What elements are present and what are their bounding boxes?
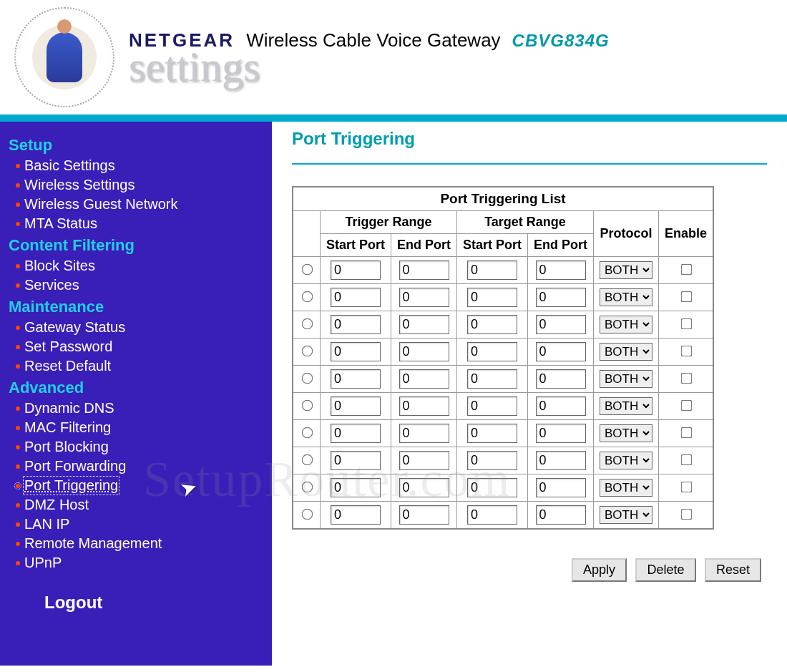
- target-start-input[interactable]: [467, 369, 517, 389]
- table-row: BOTHTCPUDP: [293, 502, 713, 530]
- target-end-input[interactable]: [536, 260, 586, 280]
- enable-checkbox[interactable]: [680, 291, 692, 303]
- protocol-select[interactable]: BOTHTCPUDP: [600, 261, 652, 279]
- trigger-end-input[interactable]: [399, 451, 449, 470]
- sidebar-item-dynamic-dns[interactable]: Dynamic DNS: [16, 400, 272, 417]
- sidebar-item-dmz-host[interactable]: DMZ Host: [16, 497, 272, 513]
- row-select-radio[interactable]: [302, 291, 313, 303]
- row-select-radio[interactable]: [302, 264, 313, 276]
- trigger-start-input[interactable]: [331, 288, 381, 307]
- protocol-select[interactable]: BOTHTCPUDP: [600, 343, 652, 361]
- target-end-input[interactable]: [536, 396, 586, 416]
- trigger-start-input[interactable]: [331, 505, 381, 525]
- enable-checkbox[interactable]: [680, 509, 692, 520]
- enable-checkbox[interactable]: [680, 482, 692, 493]
- row-select-radio[interactable]: [302, 509, 313, 520]
- trigger-end-input[interactable]: [399, 369, 449, 389]
- col-protocol: Protocol: [594, 211, 659, 257]
- table-row: BOTHTCPUDP: [293, 257, 713, 284]
- trigger-end-input[interactable]: [399, 342, 449, 361]
- target-end-input[interactable]: [536, 451, 586, 470]
- protocol-select[interactable]: BOTHTCPUDP: [600, 424, 652, 442]
- delete-button[interactable]: Delete: [635, 558, 695, 582]
- trigger-end-input[interactable]: [399, 396, 449, 416]
- reset-button[interactable]: Reset: [705, 558, 761, 582]
- sidebar-item-port-blocking[interactable]: Port Blocking: [16, 439, 272, 455]
- protocol-select[interactable]: BOTHTCPUDP: [600, 316, 652, 333]
- row-select-radio[interactable]: [302, 454, 313, 466]
- table-row: BOTHTCPUDP: [293, 284, 713, 311]
- protocol-select[interactable]: BOTHTCPUDP: [600, 397, 652, 415]
- sidebar-item-services[interactable]: Services: [16, 277, 272, 293]
- sidebar-item-port-forwarding[interactable]: Port Forwarding: [16, 458, 272, 474]
- sidebar-item-remote-management[interactable]: Remote Management: [16, 535, 272, 552]
- row-select-radio[interactable]: [302, 482, 313, 493]
- target-start-input[interactable]: [467, 505, 517, 525]
- enable-checkbox[interactable]: [680, 318, 692, 330]
- protocol-select[interactable]: BOTHTCPUDP: [600, 452, 652, 469]
- sidebar-item-set-password[interactable]: Set Password: [16, 339, 272, 355]
- logout-link[interactable]: Logout: [44, 593, 272, 613]
- enable-checkbox[interactable]: [680, 373, 692, 384]
- row-select-radio[interactable]: [302, 318, 313, 330]
- row-select-radio[interactable]: [302, 373, 313, 384]
- trigger-start-input[interactable]: [331, 424, 381, 443]
- apply-button[interactable]: Apply: [572, 558, 627, 582]
- enable-checkbox[interactable]: [680, 427, 692, 439]
- trigger-start-input[interactable]: [331, 260, 381, 280]
- target-end-input[interactable]: [536, 315, 586, 334]
- trigger-start-input[interactable]: [331, 451, 381, 470]
- enable-checkbox[interactable]: [680, 264, 692, 276]
- target-end-input[interactable]: [536, 505, 586, 525]
- target-end-input[interactable]: [536, 424, 586, 443]
- target-start-input[interactable]: [467, 342, 517, 361]
- trigger-end-input[interactable]: [399, 424, 449, 443]
- sidebar-item-block-sites[interactable]: Block Sites: [16, 258, 272, 274]
- protocol-select[interactable]: BOTHTCPUDP: [600, 288, 652, 306]
- protocol-select[interactable]: BOTHTCPUDP: [600, 370, 652, 388]
- sidebar-item-port-triggering[interactable]: Port Triggering: [16, 477, 272, 494]
- target-start-input[interactable]: [467, 260, 517, 280]
- sidebar-item-reset-default[interactable]: Reset Default: [16, 358, 272, 374]
- trigger-start-input[interactable]: [331, 369, 381, 389]
- trigger-end-input[interactable]: [399, 505, 449, 525]
- target-start-input[interactable]: [467, 315, 517, 334]
- sidebar-item-wireless-guest-network[interactable]: Wireless Guest Network: [16, 196, 272, 213]
- target-start-input[interactable]: [467, 451, 517, 470]
- target-end-input[interactable]: [536, 342, 586, 361]
- target-end-input[interactable]: [536, 369, 586, 389]
- target-start-input[interactable]: [467, 478, 517, 497]
- sidebar-item-label: Port Forwarding: [24, 458, 126, 474]
- sidebar-item-basic-settings[interactable]: Basic Settings: [16, 157, 272, 174]
- sidebar-item-label: Wireless Guest Network: [24, 196, 178, 213]
- row-select-radio[interactable]: [302, 400, 313, 412]
- sidebar-item-mac-filtering[interactable]: MAC Filtering: [16, 419, 272, 436]
- row-select-radio[interactable]: [302, 427, 313, 439]
- trigger-end-input[interactable]: [399, 288, 449, 307]
- trigger-start-input[interactable]: [331, 342, 381, 361]
- enable-checkbox[interactable]: [680, 400, 692, 412]
- enable-checkbox[interactable]: [680, 454, 692, 466]
- row-select-radio[interactable]: [302, 346, 313, 357]
- protocol-select[interactable]: BOTHTCPUDP: [600, 479, 652, 497]
- target-end-input[interactable]: [536, 478, 586, 497]
- trigger-start-input[interactable]: [331, 396, 381, 416]
- trigger-start-input[interactable]: [331, 315, 381, 334]
- sidebar-item-gateway-status[interactable]: Gateway Status: [16, 319, 272, 336]
- target-start-input[interactable]: [467, 396, 517, 416]
- target-end-input[interactable]: [536, 288, 586, 307]
- sidebar-item-upnp[interactable]: UPnP: [16, 555, 272, 571]
- trigger-end-input[interactable]: [399, 315, 449, 334]
- trigger-end-input[interactable]: [399, 260, 449, 280]
- protocol-select[interactable]: BOTHTCPUDP: [600, 506, 652, 524]
- sidebar-item-lan-ip[interactable]: LAN IP: [16, 516, 272, 532]
- sidebar-item-wireless-settings[interactable]: Wireless Settings: [16, 177, 272, 193]
- target-start-input[interactable]: [467, 424, 517, 443]
- enable-checkbox[interactable]: [680, 346, 692, 357]
- bullet-icon: [16, 464, 20, 469]
- sidebar-item-mta-status[interactable]: MTA Status: [16, 215, 272, 232]
- target-start-input[interactable]: [467, 288, 517, 307]
- trigger-start-input[interactable]: [331, 478, 381, 497]
- sidebar-item-label: MAC Filtering: [24, 419, 111, 436]
- trigger-end-input[interactable]: [399, 478, 449, 497]
